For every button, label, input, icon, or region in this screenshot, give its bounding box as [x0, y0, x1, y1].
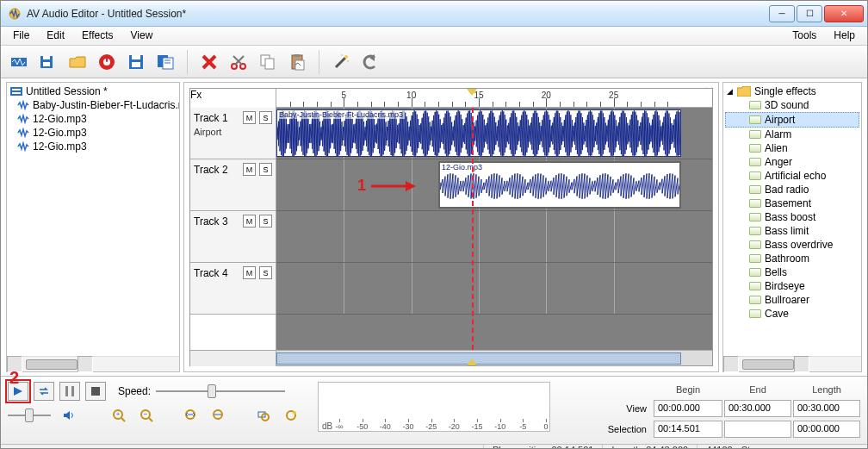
speaker-icon[interactable]	[59, 406, 78, 425]
menu-help[interactable]: Help	[825, 27, 864, 45]
effect-item[interactable]: Bass limit	[725, 224, 859, 238]
readout-value[interactable]	[724, 421, 791, 438]
record-button[interactable]	[94, 49, 120, 75]
speed-slider[interactable]	[156, 383, 285, 400]
session-h-scroll[interactable]	[7, 356, 179, 371]
readout-value[interactable]: 00:00.000	[793, 421, 860, 438]
solo-button[interactable]: S	[259, 163, 272, 176]
solo-button[interactable]: S	[259, 266, 272, 279]
track-row[interactable]: Baby-Justin-Bieber-Ft-Ludacris.mp3	[276, 108, 712, 159]
pause-button[interactable]	[59, 382, 80, 401]
svg-point-54	[293, 411, 296, 415]
readout-value[interactable]: 00:30.000	[793, 400, 860, 417]
zoom-h-out-icon[interactable]	[209, 406, 228, 425]
delete-button[interactable]	[196, 49, 222, 75]
session-root[interactable]: Untitled Session *	[9, 84, 177, 98]
collapse-icon[interactable]: ◢	[725, 87, 734, 96]
solo-button[interactable]: S	[259, 111, 272, 124]
effect-item[interactable]: Birdseye	[725, 279, 859, 293]
audio-clip[interactable]: 12-Gio.mp3	[438, 161, 681, 209]
effect-item[interactable]: Bad radio	[725, 183, 859, 196]
track-row[interactable]	[276, 211, 712, 263]
effect-item[interactable]: Bass boost	[725, 210, 859, 224]
track-name: Track 4	[194, 267, 228, 279]
save-as-button[interactable]	[152, 49, 178, 75]
readout-value[interactable]: 00:14.501	[654, 421, 722, 438]
speed-label: Speed:	[118, 385, 151, 397]
readout-value[interactable]: 00:30.000	[724, 400, 791, 417]
open-session-button[interactable]	[35, 49, 61, 75]
effect-item[interactable]: Bullroarer	[725, 293, 859, 307]
save-icon	[127, 53, 146, 72]
session-file-item[interactable]: Baby-Justin-Bieber-Ft-Ludacris.m	[9, 98, 177, 112]
ruler[interactable]: 510152025	[276, 89, 712, 108]
session-file-item[interactable]: 12-Gio.mp3	[9, 112, 177, 126]
effect-item[interactable]: Bathroom	[725, 252, 859, 265]
zoom-fit-icon[interactable]	[282, 406, 301, 425]
svg-rect-24	[294, 54, 300, 57]
track-label-column: Track 1MSAirportTrack 2MSTrack 3MSTrack …	[190, 108, 276, 350]
fx-button[interactable]: Fx	[190, 89, 276, 101]
effects-h-scroll[interactable]	[723, 356, 861, 371]
effect-item[interactable]: Bass overdrive	[725, 238, 859, 252]
effect-item[interactable]: Basement	[725, 196, 859, 210]
maximize-button[interactable]: ☐	[797, 5, 822, 22]
mute-button[interactable]: M	[243, 215, 256, 228]
session-tree[interactable]: Untitled Session *Baby-Justin-Bieber-Ft-…	[7, 83, 179, 356]
overview-range[interactable]	[276, 352, 681, 365]
open-file-button[interactable]	[65, 49, 90, 75]
zoom-out-icon[interactable]: −	[137, 406, 156, 425]
track-row[interactable]	[276, 263, 712, 315]
stop-button[interactable]	[85, 382, 106, 401]
zoom-selection-icon[interactable]	[254, 406, 273, 425]
effect-item[interactable]: Airport	[725, 112, 859, 128]
effect-item[interactable]: Anger	[725, 155, 859, 169]
meter-tick-label: -20	[449, 422, 460, 431]
menu-file[interactable]: File	[4, 27, 38, 45]
effect-item[interactable]: 3D sound	[725, 98, 859, 112]
track-label-row: Track 4MS	[190, 263, 276, 315]
effects-tree[interactable]: ◢Single effects3D soundAirportAlarmAlien…	[723, 83, 861, 356]
new-session-button[interactable]	[6, 49, 32, 75]
save-button[interactable]	[123, 49, 149, 75]
effect-item[interactable]: Alien	[725, 141, 859, 155]
menu-effects[interactable]: Effects	[73, 27, 121, 45]
mute-button[interactable]: M	[243, 266, 256, 279]
playhead[interactable]	[472, 108, 474, 350]
session-icon	[10, 86, 22, 97]
minimize-button[interactable]: ─	[769, 5, 795, 22]
effect-item[interactable]: Alarm	[725, 128, 859, 141]
undo-button[interactable]	[357, 49, 383, 75]
timeline-overview[interactable]	[190, 350, 712, 365]
readout-value[interactable]: 00:00.000	[654, 400, 722, 417]
loop-button[interactable]	[34, 382, 54, 401]
menu-view[interactable]: View	[122, 27, 162, 45]
playhead-marker-icon[interactable]	[467, 89, 477, 96]
volume-slider[interactable]	[8, 407, 51, 424]
menu-edit[interactable]: Edit	[38, 27, 73, 45]
effect-item[interactable]: Cave	[725, 307, 859, 321]
tracks-area: Track 1MSAirportTrack 2MSTrack 3MSTrack …	[190, 108, 712, 350]
cut-button[interactable]	[226, 49, 251, 75]
mute-button[interactable]: M	[243, 163, 256, 176]
track-row[interactable]: 12-Gio.mp3	[276, 159, 712, 211]
copy-button[interactable]	[255, 49, 281, 75]
audio-clip[interactable]: Baby-Justin-Bieber-Ft-Ludacris.mp3	[276, 109, 681, 157]
zoom-in-icon[interactable]: +	[109, 406, 128, 425]
session-file-item[interactable]: 12-Gio.mp3	[9, 140, 177, 153]
mute-button[interactable]: M	[243, 111, 256, 124]
menu-tools[interactable]: Tools	[784, 27, 825, 45]
solo-button[interactable]: S	[259, 215, 272, 228]
close-button[interactable]: ✕	[824, 5, 864, 22]
ruler-tick-label: 25	[609, 90, 618, 100]
svg-text:−: −	[144, 410, 148, 418]
track-canvas[interactable]: 1 Baby-Justin-Bieber-Ft-Ludacris.mp312-G…	[276, 108, 712, 350]
magic-button[interactable]	[328, 49, 354, 75]
effect-item[interactable]: Bells	[725, 265, 859, 279]
paste-button[interactable]	[284, 49, 310, 75]
effects-root[interactable]: ◢Single effects	[725, 84, 859, 98]
session-file-item[interactable]: 12-Gio.mp3	[9, 126, 177, 140]
effect-item[interactable]: Artificial echo	[725, 169, 859, 183]
zoom-h-in-icon[interactable]	[182, 406, 201, 425]
play-button[interactable]	[8, 382, 28, 401]
